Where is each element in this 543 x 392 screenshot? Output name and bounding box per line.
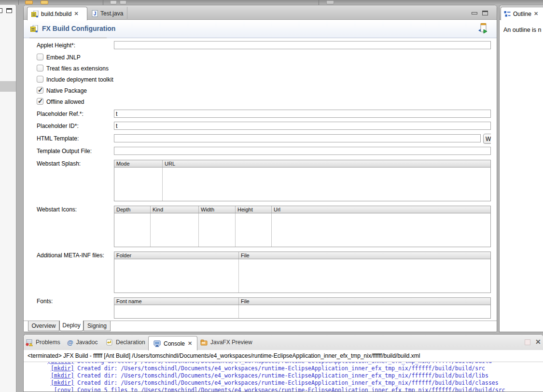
close-icon[interactable]: ✕ bbox=[74, 11, 78, 16]
table-column bbox=[151, 213, 199, 247]
column-header[interactable]: File bbox=[239, 298, 490, 305]
outline-message: An outline is n bbox=[503, 27, 542, 33]
workspace-browse-button-clipped: W bbox=[483, 134, 491, 144]
console-log: [delete] Deleting directory /Users/tomsc… bbox=[24, 362, 543, 392]
run-ant-build-icon[interactable] bbox=[476, 22, 488, 35]
toolbar-icon[interactable] bbox=[120, 0, 126, 4]
column-header[interactable]: Depth bbox=[114, 206, 151, 213]
console-title: <terminated> JFX Build - ffffff [Ant Bui… bbox=[28, 352, 420, 359]
tab-overview[interactable]: Overview bbox=[28, 321, 59, 331]
pin-console-icon[interactable] bbox=[525, 339, 530, 345]
editor-tabbar: build.fxbuild ✕ J Test.java bbox=[24, 5, 497, 20]
placeholder-id-label: Placeholder ID*: bbox=[37, 123, 79, 129]
toolbar-icon[interactable] bbox=[41, 0, 48, 4]
console-output[interactable]: [delete] Deleting directory /Users/tomsc… bbox=[24, 362, 543, 392]
table-column bbox=[114, 305, 239, 318]
fonts-label: Fonts: bbox=[37, 298, 53, 305]
applet-height-label: Applet Height*: bbox=[37, 42, 75, 49]
table-column bbox=[114, 168, 163, 201]
column-header[interactable]: Kind bbox=[151, 206, 199, 213]
toolbar-icon[interactable] bbox=[326, 0, 334, 4]
ant-task-link[interactable]: [copy] bbox=[54, 387, 74, 392]
column-header[interactable]: File bbox=[239, 252, 490, 259]
table-header: Folder File bbox=[114, 252, 490, 259]
close-icon[interactable]: ✕ bbox=[534, 11, 538, 16]
tab-javafx-preview[interactable]: JavaFX Preview bbox=[200, 335, 252, 350]
toolbar-icon[interactable] bbox=[110, 0, 117, 4]
tab-label: Console bbox=[164, 340, 185, 347]
javafx-preview-icon bbox=[200, 339, 208, 346]
treat-files-checkbox[interactable] bbox=[37, 65, 43, 71]
placeholder-ref-input[interactable] bbox=[114, 110, 491, 118]
native-package-checkbox[interactable] bbox=[37, 87, 43, 94]
table-column bbox=[239, 259, 490, 293]
console-line: [mkdir] Created dir: /Users/tomschindl/D… bbox=[47, 365, 543, 372]
tab-javadoc[interactable]: @ Javadoc bbox=[67, 335, 97, 350]
webstart-icons-table[interactable]: Depth Kind Width Height Url bbox=[114, 206, 491, 247]
workspace-browse-button[interactable]: W bbox=[483, 134, 491, 144]
table-body[interactable] bbox=[114, 213, 490, 247]
tab-label: Declaration bbox=[116, 339, 145, 346]
tab-label: build.fxbuild bbox=[41, 11, 71, 17]
close-icon[interactable]: ✕ bbox=[188, 341, 192, 346]
maximize-icon[interactable] bbox=[482, 11, 488, 15]
template-output-input[interactable] bbox=[114, 147, 491, 155]
treat-files-label: Treat files as extensions bbox=[46, 65, 109, 72]
include-toolkit-label: Include deployment toolkit bbox=[46, 76, 113, 83]
restore-window-icon[interactable] bbox=[6, 8, 12, 13]
column-header[interactable]: Folder bbox=[114, 252, 239, 259]
trim-handle[interactable] bbox=[0, 81, 16, 92]
table-body[interactable] bbox=[114, 259, 490, 293]
ant-task-link[interactable]: [delete] bbox=[47, 362, 74, 364]
column-header[interactable]: Mode bbox=[114, 160, 163, 167]
minimize-icon[interactable] bbox=[472, 12, 477, 14]
table-body[interactable] bbox=[114, 168, 490, 201]
meta-inf-table[interactable]: Folder File bbox=[114, 252, 491, 293]
column-header[interactable]: Url bbox=[272, 206, 490, 213]
table-body[interactable] bbox=[114, 305, 490, 318]
tab-build-fxbuild[interactable]: build.fxbuild ✕ bbox=[27, 7, 87, 20]
tab-signing[interactable]: Signing bbox=[84, 321, 111, 331]
webstart-splash-table[interactable]: Mode URL bbox=[114, 160, 491, 201]
table-header: Mode URL bbox=[114, 160, 490, 168]
offline-allowed-checkbox[interactable] bbox=[37, 98, 43, 105]
meta-inf-label: Additional META-INF files: bbox=[37, 252, 104, 259]
placeholder-ref-label: Placeholder Ref.*: bbox=[37, 111, 84, 117]
tab-test-java[interactable]: J Test.java bbox=[88, 7, 127, 20]
tab-problems[interactable]: Problems bbox=[26, 335, 60, 350]
javadoc-icon: @ bbox=[67, 339, 73, 346]
embed-jnlp-label: Embed JNLP bbox=[46, 54, 81, 61]
console-line: [copy] Copying 5 files to /Users/tomschi… bbox=[47, 387, 543, 392]
restore-view-icon[interactable] bbox=[0, 8, 2, 13]
placeholder-id-input[interactable] bbox=[114, 122, 491, 130]
tab-console[interactable]: Console ✕ bbox=[148, 336, 197, 350]
include-toolkit-checkbox[interactable] bbox=[37, 76, 43, 83]
tab-deploy[interactable]: Deploy bbox=[59, 321, 84, 331]
fonts-table[interactable]: Font name File bbox=[114, 297, 491, 319]
embed-jnlp-checkbox[interactable] bbox=[37, 54, 43, 60]
minimized-view-trim bbox=[0, 5, 16, 392]
tab-label: JavaFX Preview bbox=[210, 339, 252, 346]
table-column bbox=[163, 168, 490, 201]
toolbar-separator bbox=[103, 0, 103, 5]
applet-height-input[interactable] bbox=[114, 41, 491, 49]
tab-declaration[interactable]: Declaration bbox=[106, 335, 145, 350]
console-line: [mkdir] Created dir: /Users/tomschindl/D… bbox=[47, 372, 543, 379]
ant-task-link[interactable]: [mkdir] bbox=[51, 372, 74, 379]
webstart-splash-label: Webstart Splash: bbox=[37, 160, 81, 167]
outline-view: Outline ✕ An outline is n bbox=[499, 5, 543, 332]
column-header[interactable]: Font name bbox=[114, 298, 239, 305]
table-header: Depth Kind Width Height Url bbox=[114, 206, 490, 213]
html-template-input[interactable] bbox=[114, 134, 481, 142]
column-header[interactable]: URL bbox=[163, 160, 490, 167]
ant-task-link[interactable]: [mkdir] bbox=[51, 379, 74, 386]
tab-label: Outline bbox=[513, 11, 531, 17]
tab-outline[interactable]: Outline ✕ bbox=[501, 7, 543, 20]
webstart-icons-label: Webstart Icons: bbox=[37, 206, 77, 213]
close-view-icon[interactable]: ✕ bbox=[535, 338, 541, 346]
ant-task-link[interactable]: [mkdir] bbox=[51, 365, 74, 372]
column-header[interactable]: Width bbox=[199, 206, 236, 213]
toolbar-icon[interactable] bbox=[25, 0, 33, 4]
outline-icon bbox=[504, 11, 511, 17]
column-header[interactable]: Height bbox=[236, 206, 272, 213]
